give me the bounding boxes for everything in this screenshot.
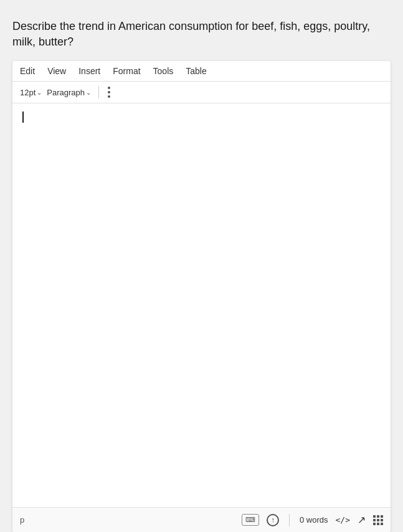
- paragraph-style-label: Paragraph: [47, 88, 85, 97]
- font-size-selector[interactable]: 12pt ⌄: [20, 88, 42, 97]
- font-size-chevron-icon: ⌄: [37, 89, 42, 96]
- menu-edit[interactable]: Edit: [20, 66, 35, 76]
- dot-2: [108, 91, 110, 93]
- text-cursor: [22, 112, 24, 123]
- status-divider: [289, 514, 290, 526]
- menu-bar: Edit View Insert Format Tools Table: [12, 61, 391, 82]
- toolbar-divider: [98, 86, 99, 98]
- status-bar: p ⌨ 0 words </> ↗: [12, 507, 391, 532]
- paragraph-style-chevron-icon: ⌄: [86, 89, 91, 96]
- more-options-button[interactable]: [107, 85, 111, 99]
- menu-tools[interactable]: Tools: [153, 66, 174, 76]
- text-area[interactable]: [12, 103, 391, 507]
- menu-insert[interactable]: Insert: [78, 66, 100, 76]
- menu-view[interactable]: View: [47, 66, 66, 76]
- editor-container: Edit View Insert Format Tools Table 12pt…: [12, 61, 391, 532]
- status-paragraph-label: p: [20, 515, 24, 525]
- word-count-label: 0 words: [300, 515, 328, 525]
- menu-format[interactable]: Format: [113, 66, 140, 76]
- dot-1: [108, 87, 110, 89]
- paragraph-style-selector[interactable]: Paragraph ⌄: [47, 88, 91, 97]
- menu-table[interactable]: Table: [186, 66, 206, 76]
- font-size-label: 12pt: [20, 88, 36, 97]
- page-container: Describe the trend in American consumpti…: [0, 0, 403, 532]
- upload-icon[interactable]: [267, 514, 279, 526]
- toolbar: 12pt ⌄ Paragraph ⌄: [12, 82, 391, 103]
- grid-options-icon[interactable]: [373, 515, 383, 525]
- keyboard-icon[interactable]: ⌨: [242, 514, 259, 526]
- code-tag-label[interactable]: </>: [336, 515, 350, 525]
- dot-3: [108, 95, 110, 98]
- expand-icon[interactable]: ↗: [358, 514, 366, 526]
- question-text: Describe the trend in American consumpti…: [12, 19, 391, 50]
